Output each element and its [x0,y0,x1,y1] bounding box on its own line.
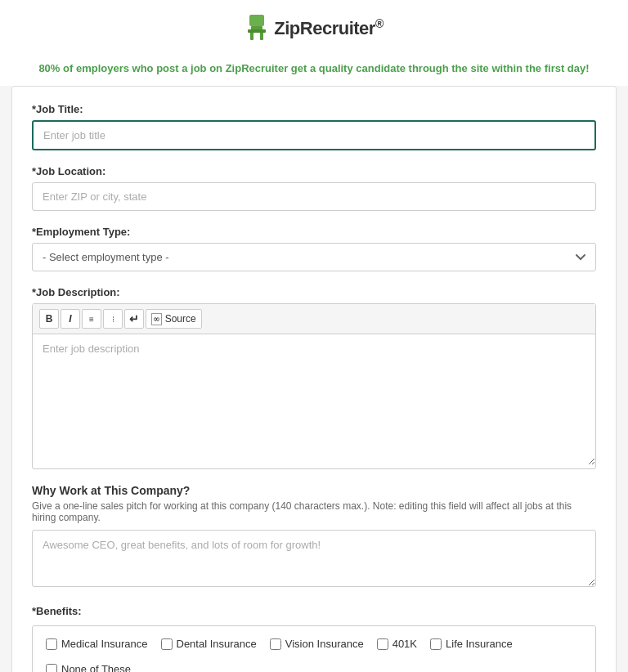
job-description-group: *Job Description: B I ≡ ⁝ ↵ ∞ Source [32,286,596,469]
bold-button[interactable]: B [39,309,59,329]
benefit-none-checkbox[interactable] [46,664,57,673]
benefit-dental-label: Dental Insurance [177,638,257,650]
employment-type-group: *Employment Type: - Select employment ty… [32,226,596,271]
svg-rect-4 [248,29,266,33]
benefits-section: *Benefits: Medical Insurance Dental Insu… [32,605,596,672]
source-button[interactable]: ∞ Source [146,309,202,329]
benefit-life-label: Life Insurance [446,638,513,650]
why-work-title: Why Work at This Company? [32,484,596,497]
employment-type-label: *Employment Type: [32,226,596,238]
job-location-group: *Job Location: [32,165,596,211]
job-location-label: *Job Location: [32,165,596,177]
benefit-life[interactable]: Life Insurance [430,638,513,650]
benefit-none-label: None of These [61,663,131,672]
undo-button[interactable]: ↵ [124,309,144,329]
undo-icon: ↵ [129,312,139,325]
job-description-label: *Job Description: [32,286,596,298]
italic-button[interactable]: I [61,309,80,329]
benefit-dental-checkbox[interactable] [161,638,173,650]
source-icon: ∞ [151,313,162,325]
tagline: 80% of employers who post a job on ZipRe… [0,54,628,86]
form-container: *Job Title: *Job Location: *Employment T… [11,86,617,672]
logo: ZipRecruiter® [244,15,383,43]
editor-toolbar: B I ≡ ⁝ ↵ ∞ Source [33,304,595,334]
editor-container: B I ≡ ⁝ ↵ ∞ Source [32,303,596,469]
header: ZipRecruiter® [0,0,628,54]
benefits-label: *Benefits: [32,605,596,617]
source-label: Source [165,313,196,325]
svg-rect-0 [249,15,264,26]
job-title-group: *Job Title: [32,103,596,150]
benefits-box: Medical Insurance Dental Insurance Visio… [32,625,596,672]
unordered-list-icon: ⁝ [112,315,114,324]
employment-type-select[interactable]: - Select employment type - Full-Time Par… [32,243,596,271]
benefit-401k-label: 401K [392,638,417,650]
benefit-medical[interactable]: Medical Insurance [46,638,148,650]
italic-icon: I [69,313,71,325]
benefit-vision-label: Vision Insurance [285,638,364,650]
benefit-401k[interactable]: 401K [377,638,417,650]
job-title-label: *Job Title: [32,103,596,115]
why-work-textarea[interactable] [32,530,596,587]
ordered-list-icon: ≡ [89,315,94,324]
logo-icon [244,15,269,43]
job-description-textarea[interactable] [33,334,595,465]
logo-text: ZipRecruiter® [274,17,383,39]
why-work-subtitle: Give a one-line sales pitch for working … [32,500,596,523]
benefit-401k-checkbox[interactable] [377,638,388,650]
ordered-list-button[interactable]: ≡ [82,309,101,329]
bold-icon: B [46,313,53,325]
benefit-vision[interactable]: Vision Insurance [270,638,364,650]
unordered-list-button[interactable]: ⁝ [103,309,123,329]
benefit-vision-checkbox[interactable] [270,638,281,650]
benefit-medical-label: Medical Insurance [61,638,148,650]
benefit-none[interactable]: None of These [46,663,131,672]
benefit-life-checkbox[interactable] [430,638,442,650]
benefit-medical-checkbox[interactable] [46,638,57,650]
why-work-section: Why Work at This Company? Give a one-lin… [32,484,596,590]
job-title-input[interactable] [32,120,596,150]
benefit-dental[interactable]: Dental Insurance [161,638,257,650]
job-location-input[interactable] [32,182,596,211]
